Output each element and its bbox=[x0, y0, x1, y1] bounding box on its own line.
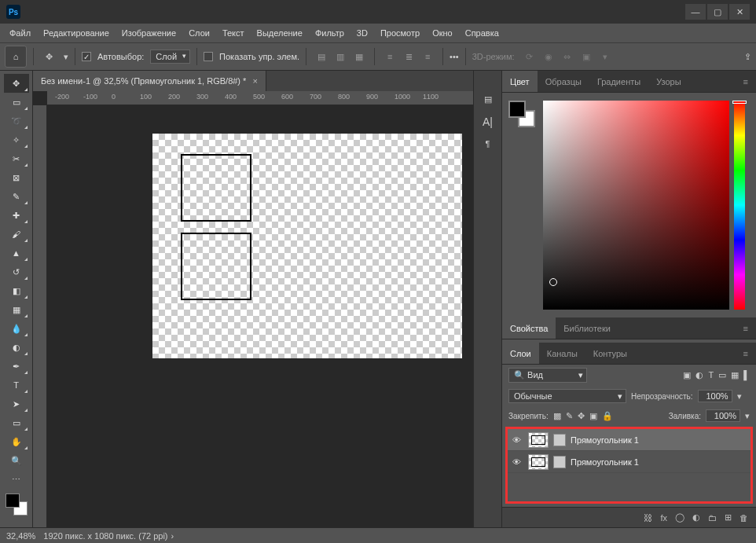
menu-window[interactable]: Окно bbox=[426, 24, 459, 42]
stamp-tool[interactable]: ▲ bbox=[4, 244, 29, 262]
zoom-level[interactable]: 32,48% bbox=[6, 531, 35, 541]
canvas-viewport[interactable]: -200 -100 0 100 200 300 400 500 600 700 … bbox=[33, 91, 473, 527]
filter-adjust-icon[interactable]: ◐ bbox=[695, 370, 703, 380]
dodge-tool[interactable]: ◐ bbox=[4, 338, 29, 357]
frame-tool[interactable]: ⊠ bbox=[4, 168, 29, 187]
3d-orbit-icon[interactable]: ⟳ bbox=[521, 48, 538, 65]
wand-tool[interactable]: ✧ bbox=[4, 130, 29, 149]
chevron-right-icon[interactable]: › bbox=[171, 531, 174, 541]
layer-name[interactable]: Прямоугольник 1 bbox=[571, 457, 639, 467]
hue-slider[interactable] bbox=[734, 101, 745, 310]
visibility-icon[interactable]: 👁 bbox=[512, 435, 523, 445]
lock-all-icon[interactable]: 🔒 bbox=[602, 411, 613, 421]
history-panel-icon[interactable]: ▤ bbox=[484, 94, 492, 105]
chevron-down-icon[interactable]: ▾ bbox=[737, 391, 742, 402]
paragraph-panel-icon[interactable]: ¶ bbox=[486, 139, 490, 149]
foreground-swatch[interactable] bbox=[6, 493, 20, 508]
close-tab-icon[interactable]: × bbox=[252, 76, 257, 86]
align-bottom-icon[interactable]: ≡ bbox=[419, 48, 436, 65]
canvas[interactable] bbox=[152, 134, 462, 358]
shape-tool[interactable]: ▭ bbox=[4, 413, 29, 432]
layer-name[interactable]: Прямоугольник 1 bbox=[571, 435, 639, 445]
align-left-icon[interactable]: ▤ bbox=[313, 48, 330, 65]
pen-tool[interactable]: ✒ bbox=[4, 357, 29, 376]
menu-filter[interactable]: Фильтр bbox=[309, 24, 350, 42]
align-top-icon[interactable]: ≡ bbox=[381, 48, 398, 65]
menu-help[interactable]: Справка bbox=[459, 24, 505, 42]
char-panel-icon[interactable]: A| bbox=[483, 116, 493, 128]
filter-smart-icon[interactable]: ▦ bbox=[731, 370, 739, 380]
tab-properties[interactable]: Свойства bbox=[502, 317, 556, 339]
color-swatch-toolbar[interactable] bbox=[6, 493, 28, 515]
menu-edit[interactable]: Редактирование bbox=[37, 24, 116, 42]
blend-mode-select[interactable]: Обычные bbox=[508, 389, 626, 403]
filter-image-icon[interactable]: ▣ bbox=[683, 370, 691, 380]
foreground-color[interactable] bbox=[508, 101, 526, 118]
tab-patterns[interactable]: Узоры bbox=[648, 71, 688, 92]
heal-tool[interactable]: ✚ bbox=[4, 206, 29, 225]
more-options-icon[interactable]: ••• bbox=[450, 52, 459, 61]
menu-view[interactable]: Просмотр bbox=[374, 24, 426, 42]
lock-position-icon[interactable]: ✥ bbox=[578, 411, 585, 421]
lock-transparent-icon[interactable]: ▩ bbox=[553, 411, 561, 421]
eyedropper-tool[interactable]: ✎ bbox=[4, 187, 29, 206]
chevron-down-icon[interactable]: ▾ bbox=[64, 52, 68, 62]
layer-kind-filter[interactable]: 🔍 Вид bbox=[508, 368, 587, 383]
lasso-tool[interactable]: ➰ bbox=[4, 112, 29, 130]
move-tool[interactable]: ✥ bbox=[4, 74, 29, 93]
shape-rect-1[interactable] bbox=[181, 154, 251, 222]
tab-channels[interactable]: Каналы bbox=[539, 343, 585, 364]
eraser-tool[interactable]: ◧ bbox=[4, 281, 29, 300]
minimize-button[interactable]: — bbox=[685, 4, 706, 20]
chevron-down-icon[interactable]: ▾ bbox=[745, 411, 750, 421]
text-tool[interactable]: T bbox=[4, 376, 29, 394]
show-transform-checkbox[interactable] bbox=[204, 52, 213, 61]
maximize-button[interactable]: ▢ bbox=[707, 4, 728, 20]
filter-shape-icon[interactable]: ▭ bbox=[718, 370, 726, 380]
layer-row[interactable]: 👁 Прямоугольник 1 bbox=[508, 451, 750, 473]
filter-text-icon[interactable]: T bbox=[708, 370, 714, 380]
align-right-icon[interactable]: ▦ bbox=[350, 48, 368, 65]
close-button[interactable]: ✕ bbox=[729, 4, 750, 20]
edit-toolbar[interactable]: ⋯ bbox=[4, 470, 29, 489]
panel-menu-icon[interactable]: ≡ bbox=[736, 343, 756, 364]
autoselect-checkbox[interactable] bbox=[82, 52, 91, 61]
delete-layer-icon[interactable]: 🗑 bbox=[739, 513, 748, 523]
opacity-input[interactable]: 100% bbox=[698, 390, 732, 402]
history-brush-tool[interactable]: ↺ bbox=[4, 262, 29, 281]
path-select-tool[interactable]: ➤ bbox=[4, 394, 29, 413]
group-layers-icon[interactable]: 🗀 bbox=[708, 513, 717, 523]
hand-tool[interactable]: ✋ bbox=[4, 432, 29, 451]
visibility-icon[interactable]: 👁 bbox=[512, 457, 523, 467]
shape-fill-thumb[interactable] bbox=[553, 434, 566, 446]
tab-swatches[interactable]: Образцы bbox=[538, 71, 589, 92]
3d-scale-icon[interactable]: ▾ bbox=[596, 48, 614, 65]
new-layer-icon[interactable]: ⊞ bbox=[725, 512, 732, 523]
3d-cam-icon[interactable]: ▣ bbox=[578, 48, 595, 65]
crop-tool[interactable]: ✂ bbox=[4, 149, 29, 168]
tab-layers[interactable]: Слои bbox=[502, 343, 539, 364]
blur-tool[interactable]: 💧 bbox=[4, 319, 29, 338]
fill-input[interactable]: 100% bbox=[706, 409, 740, 422]
panel-menu-icon[interactable]: ≡ bbox=[736, 317, 756, 339]
color-swatch-pair[interactable] bbox=[508, 101, 535, 127]
3d-pan-icon[interactable]: ◉ bbox=[540, 48, 557, 65]
menu-text[interactable]: Текст bbox=[216, 24, 251, 42]
tab-libraries[interactable]: Библиотеки bbox=[556, 317, 618, 339]
lock-brush-icon[interactable]: ✎ bbox=[566, 411, 573, 421]
layer-thumbnail[interactable] bbox=[528, 454, 549, 470]
autoselect-mode-select[interactable]: Слой bbox=[150, 50, 190, 64]
layer-mask-icon[interactable]: ◯ bbox=[675, 512, 684, 523]
lock-nest-icon[interactable]: ▣ bbox=[589, 411, 597, 421]
menu-image[interactable]: Изображение bbox=[116, 24, 182, 42]
shape-rect-2[interactable] bbox=[181, 233, 251, 300]
layer-thumbnail[interactable] bbox=[528, 432, 549, 448]
layer-fx-icon[interactable]: fx bbox=[660, 513, 667, 523]
shape-fill-thumb[interactable] bbox=[553, 456, 566, 468]
adjustment-layer-icon[interactable]: ◐ bbox=[692, 512, 700, 523]
menu-3d[interactable]: 3D bbox=[350, 24, 374, 42]
tab-gradients[interactable]: Градиенты bbox=[589, 71, 648, 92]
3d-slide-icon[interactable]: ⇔ bbox=[559, 48, 576, 65]
panel-menu-icon[interactable]: ≡ bbox=[736, 71, 756, 92]
share-icon[interactable]: ⇪ bbox=[744, 52, 751, 62]
